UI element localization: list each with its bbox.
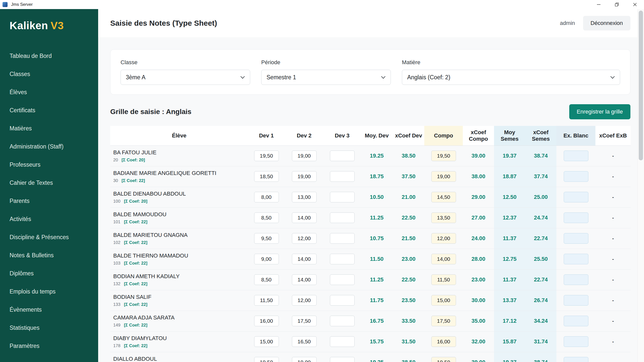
sidebar-item-14[interactable]: Évènements	[0, 301, 98, 319]
dev1-input[interactable]	[254, 192, 279, 202]
ex-blanc-input[interactable]	[564, 274, 588, 285]
dev2-input[interactable]	[292, 171, 317, 182]
classe-select[interactable]: 3ème A	[121, 70, 250, 85]
dev3-input[interactable]	[330, 171, 355, 182]
ex-blanc-input[interactable]	[564, 171, 588, 182]
sidebar-item-3[interactable]: Certificats	[0, 101, 98, 119]
ex-blanc-input[interactable]	[564, 212, 588, 223]
sidebar-item-6[interactable]: Professeurs	[0, 156, 98, 174]
student-id: 103	[113, 261, 120, 266]
dev1-input[interactable]	[254, 274, 279, 285]
dev2-input[interactable]	[292, 233, 317, 244]
sidebar-item-7[interactable]: Cahier de Textes	[0, 174, 98, 192]
dev1-input[interactable]	[254, 357, 279, 362]
compo-input[interactable]	[431, 233, 456, 244]
dev3-input[interactable]	[330, 254, 355, 264]
sidebar-item-0[interactable]: Tableau de Bord	[0, 47, 98, 65]
compo-input[interactable]	[431, 357, 456, 362]
compo-input[interactable]	[431, 316, 456, 326]
compo-input[interactable]	[431, 171, 456, 182]
dev2-input[interactable]	[292, 295, 317, 306]
compo-input[interactable]	[431, 295, 456, 306]
sidebar-item-1[interactable]: Classes	[0, 65, 98, 83]
dev1-input[interactable]	[254, 171, 279, 182]
xcoef-dev-value: 37.50	[393, 166, 424, 187]
dev2-input[interactable]	[292, 316, 317, 326]
save-grid-button[interactable]: Enregistrer la grille	[569, 104, 630, 119]
vertical-scrollbar[interactable]	[637, 9, 644, 362]
dev3-input[interactable]	[330, 151, 355, 161]
dev1-input[interactable]	[254, 254, 279, 264]
ex-blanc-input[interactable]	[564, 357, 588, 362]
dev1-input[interactable]	[254, 233, 279, 244]
matiere-select[interactable]: Anglais (Coef: 2)	[402, 70, 620, 85]
student-name: BALDE THIERNO MAMADOU	[113, 252, 248, 259]
grid-title: Grille de saisie : Anglais	[110, 108, 192, 116]
window-title: Jms Server	[11, 2, 590, 7]
dev3-input[interactable]	[330, 295, 355, 306]
sidebar-item-5[interactable]: Administration (Staff)	[0, 137, 98, 156]
col-header-4: Moy. Dev	[361, 126, 393, 146]
restore-icon	[614, 2, 620, 7]
dev3-input[interactable]	[330, 316, 355, 326]
dev2-input[interactable]	[292, 254, 317, 264]
dev1-input[interactable]	[254, 151, 279, 161]
dev2-input[interactable]	[292, 274, 317, 285]
sidebar-item-4[interactable]: Matières	[0, 119, 98, 137]
sidebar-item-15[interactable]: Statistiques	[0, 319, 98, 337]
sidebar-item-11[interactable]: Notes & Bulletins	[0, 246, 98, 264]
dev2-input[interactable]	[292, 192, 317, 202]
periode-select[interactable]: Semestre 1	[261, 70, 391, 85]
moy-semes-value: 15.87	[494, 331, 525, 352]
dev3-input[interactable]	[330, 336, 355, 347]
sidebar-item-12[interactable]: Diplômes	[0, 264, 98, 282]
student-name: BALDE MAMOUDOU	[113, 211, 248, 218]
dev3-input[interactable]	[330, 212, 355, 223]
dev2-input[interactable]	[292, 212, 317, 223]
dev2-input[interactable]	[292, 336, 317, 347]
ex-blanc-input[interactable]	[564, 316, 588, 326]
moy-semes-value: 13.37	[494, 290, 525, 311]
sidebar-item-16[interactable]: Paramètres	[0, 337, 98, 355]
compo-input[interactable]	[431, 254, 456, 264]
compo-input[interactable]	[431, 212, 456, 223]
ex-blanc-input[interactable]	[564, 151, 588, 161]
ex-blanc-input[interactable]	[564, 192, 588, 202]
xcoef-compo-value: 29.00	[463, 187, 494, 207]
close-button[interactable]	[626, 0, 644, 9]
dev3-input[interactable]	[330, 233, 355, 244]
restore-button[interactable]	[608, 0, 626, 9]
dev1-input[interactable]	[254, 336, 279, 347]
compo-input[interactable]	[431, 336, 456, 347]
student-coef: [Σ Coef: 22]	[122, 178, 145, 183]
dev2-input[interactable]	[292, 357, 317, 362]
dev1-input[interactable]	[254, 212, 279, 223]
moy-semes-value: 12.75	[494, 249, 525, 269]
sidebar-item-8[interactable]: Parents	[0, 192, 98, 210]
dev3-input[interactable]	[330, 357, 355, 362]
dev1-input[interactable]	[254, 316, 279, 326]
student-coef: [Σ Coef: 20]	[122, 158, 145, 162]
minimize-button[interactable]	[590, 0, 608, 9]
logout-button[interactable]: Déconnexion	[583, 16, 630, 30]
minimize-icon	[596, 2, 601, 7]
sidebar-item-2[interactable]: Élèves	[0, 83, 98, 101]
main-area: Saisie des Notes (Type Sheet) admin Déco…	[98, 9, 644, 362]
student-name: BADIANE MARIE ANGELIQUE GORETTI	[113, 170, 248, 176]
dev3-input[interactable]	[330, 274, 355, 285]
sidebar-item-9[interactable]: Activités	[0, 210, 98, 228]
ex-blanc-input[interactable]	[564, 336, 588, 347]
compo-input[interactable]	[431, 151, 456, 161]
scrollbar-thumb[interactable]	[639, 11, 643, 160]
ex-blanc-input[interactable]	[564, 295, 588, 306]
dev2-input[interactable]	[292, 151, 317, 161]
compo-input[interactable]	[431, 274, 456, 285]
dev3-input[interactable]	[330, 192, 355, 202]
sidebar-item-10[interactable]: Discipline & Présences	[0, 228, 98, 246]
ex-blanc-input[interactable]	[564, 233, 588, 244]
grades-table: ÉlèveDev 1Dev 2Dev 3Moy. DevxCoef DevCom…	[110, 126, 631, 362]
dev1-input[interactable]	[254, 295, 279, 306]
ex-blanc-input[interactable]	[564, 254, 588, 264]
compo-input[interactable]	[431, 192, 456, 202]
sidebar-item-13[interactable]: Emplois du temps	[0, 282, 98, 301]
